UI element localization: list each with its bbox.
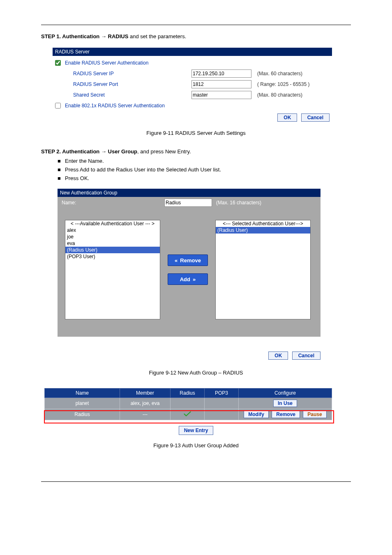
- group-name-hint: (Max. 16 characters): [212, 200, 261, 206]
- selected-header: <--- Selected Authentication User--->: [216, 220, 310, 227]
- enable-8021x-checkbox[interactable]: [55, 103, 61, 109]
- step2-bullet-2: ■Press OK.: [58, 175, 351, 181]
- figure-9-13-caption: Figure 9-13 Auth User Group Added: [41, 442, 351, 449]
- col-member: Member: [120, 388, 171, 398]
- step1-text: STEP 1. Authentication → RADIUS and set …: [41, 33, 351, 39]
- radius-ip-label: RADIUS Server IP: [62, 71, 191, 76]
- figure-9-12-caption: Figure 9-12 New Auth Group – RADIUS: [41, 370, 351, 376]
- enable-radius-label: Enable RADIUS Server Authentication: [62, 60, 188, 66]
- shared-secret-input[interactable]: [191, 91, 251, 99]
- figure-9-11-caption: Figure 9-11 RADIUS Server Auth Settings: [41, 130, 351, 136]
- group-name-input[interactable]: [164, 199, 212, 207]
- col-name: Name: [45, 388, 120, 398]
- radius-ok-button[interactable]: OK: [277, 113, 297, 122]
- shared-secret-hint: (Max. 80 characters): [251, 92, 302, 98]
- group-name-label: Name:: [62, 200, 164, 206]
- radius-title: RADIUS Server: [53, 48, 332, 56]
- remove-button-row[interactable]: Remove: [272, 411, 300, 418]
- auth-group-panel: New Authentication Group Name: (Max. 16 …: [58, 189, 321, 337]
- radius-cancel-button[interactable]: Cancel: [301, 113, 330, 122]
- list-item[interactable]: (Radius User): [65, 247, 160, 253]
- remove-button[interactable]: « Remove: [168, 254, 208, 266]
- in-use-badge: In Use: [273, 400, 297, 407]
- list-item[interactable]: eva: [65, 240, 160, 247]
- table-row: planet alex, joe, eva In Use: [45, 398, 332, 409]
- radius-panel: RADIUS Server Enable RADIUS Server Authe…: [53, 48, 332, 123]
- enable-radius-checkbox[interactable]: [55, 60, 61, 66]
- radius-ip-hint: (Max. 60 characters): [251, 71, 302, 76]
- step2-bullet-0: ■Enter the Name.: [58, 158, 351, 164]
- radius-ip-input[interactable]: [191, 69, 251, 78]
- group-ok-button[interactable]: OK: [268, 352, 288, 360]
- radius-port-hint: ( Range: 1025 - 65535 ): [251, 81, 309, 87]
- available-users-list[interactable]: < ---Available Authentication User --- >…: [65, 220, 160, 319]
- step2-bullet-1: ■Press Add to add the Radius User into t…: [58, 166, 351, 173]
- add-button[interactable]: Add »: [168, 273, 208, 285]
- selected-users-list[interactable]: <--- Selected Authentication User---> (R…: [215, 220, 311, 319]
- new-entry-button[interactable]: New Entry: [179, 426, 214, 435]
- chevron-right-icon: »: [193, 276, 196, 282]
- chevron-left-icon: «: [175, 257, 178, 264]
- list-item[interactable]: (Radius User): [216, 227, 310, 234]
- shared-secret-label: Shared Secret: [62, 92, 191, 98]
- auth-group-table: Name Member Radius POP3 Configure planet…: [44, 388, 332, 420]
- step2-text: STEP 2. Authentication → User Group, and…: [41, 148, 351, 155]
- enable-8021x-label: Enable 802.1x RADIUS Server Authenticati…: [62, 103, 238, 109]
- col-pop3: POP3: [205, 388, 239, 398]
- table-row: Radius --- Modify Remove Pause: [45, 409, 332, 420]
- col-configure: Configure: [239, 388, 332, 398]
- group-cancel-button[interactable]: Cancel: [292, 352, 321, 360]
- auth-group-title: New Authentication Group: [58, 189, 321, 197]
- pause-button[interactable]: Pause: [303, 411, 326, 418]
- list-item[interactable]: joe: [65, 234, 160, 240]
- radius-port-input[interactable]: [191, 80, 251, 88]
- list-item[interactable]: alex: [65, 227, 160, 234]
- radius-port-label: RADIUS Server Port: [62, 81, 191, 87]
- col-radius: Radius: [171, 388, 205, 398]
- available-header: < ---Available Authentication User --- >: [65, 220, 160, 227]
- modify-button[interactable]: Modify: [244, 411, 269, 418]
- list-item[interactable]: (POP3 User): [65, 253, 160, 260]
- check-icon: [184, 411, 191, 417]
